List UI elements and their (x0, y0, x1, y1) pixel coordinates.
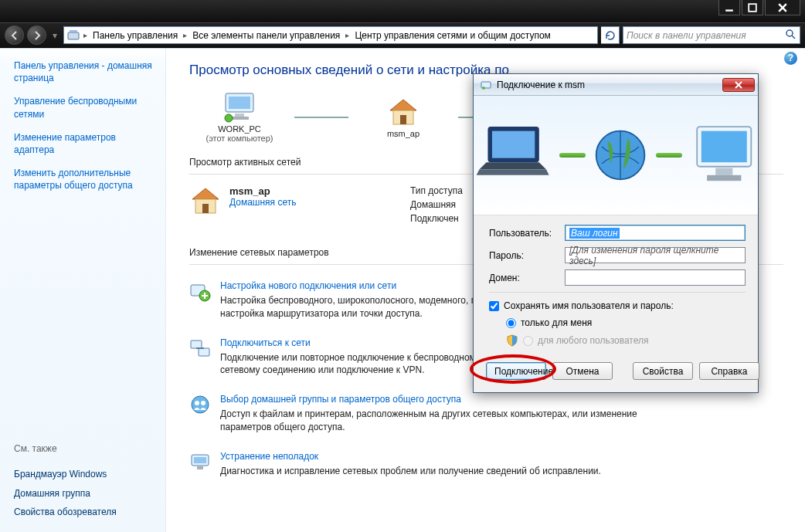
svg-rect-23 (199, 348, 209, 356)
dialog-icon (480, 79, 492, 91)
radio-any-user-label: для любого пользователя (538, 335, 649, 346)
network-name: msm_ap (229, 185, 296, 197)
cancel-button[interactable]: Отмена (552, 362, 613, 380)
close-button[interactable] (765, 0, 800, 15)
connect-button[interactable]: Подключение (486, 362, 546, 380)
svg-marker-13 (390, 100, 416, 110)
svg-marker-38 (477, 169, 549, 175)
svg-rect-30 (197, 466, 203, 469)
node-sub: (этот компьютер) (189, 134, 290, 143)
see-also-link[interactable]: Брандмауэр Windows (14, 468, 158, 480)
svg-rect-41 (701, 131, 746, 163)
network-type-link[interactable]: Домашняя сеть (229, 197, 296, 208)
homegroup-icon (189, 394, 211, 415)
password-label: Пароль: (489, 250, 559, 261)
help-button[interactable]: Справка (699, 362, 759, 380)
sidebar-home-link[interactable]: Панель управления - домашняя страница (14, 59, 158, 84)
sidebar-link[interactable]: Управление беспроводными сетями (14, 95, 158, 120)
connect-network-icon (189, 337, 211, 359)
user-field[interactable]: Ваш логин (565, 225, 746, 241)
sidebar-link[interactable]: Изменение параметров адаптера (14, 131, 158, 156)
node-this-pc[interactable]: WORK_PC (этот компьютер) (189, 92, 290, 143)
dialog-banner (474, 96, 758, 215)
breadcrumb-part[interactable]: Центр управления сетями и общим доступом (353, 30, 552, 41)
connect-dialog: Подключение к msm Пользователь: (473, 73, 759, 393)
password-field[interactable]: [Для изменения пароля щелкните здесь] (565, 247, 746, 263)
node-router[interactable]: msm_ap (353, 97, 453, 138)
min-button[interactable] (718, 0, 740, 15)
save-credentials-checkbox[interactable] (489, 301, 499, 311)
forward-button[interactable] (27, 25, 46, 45)
radio-only-me[interactable] (506, 318, 516, 328)
svg-rect-29 (194, 457, 206, 463)
user-label: Пользователь: (489, 228, 559, 239)
troubleshoot-icon (189, 451, 211, 473)
svg-marker-17 (192, 188, 219, 199)
see-also-label: См. также (14, 443, 158, 454)
see-also-link[interactable]: Свойства обозревателя (14, 506, 158, 518)
dialog-title: Подключение к msm (497, 80, 722, 90)
svg-rect-22 (191, 341, 202, 348)
dialog-titlebar[interactable]: Подключение к msm (474, 74, 758, 96)
server-icon (690, 117, 759, 194)
dialog-form: Пользователь: Ваш логин Пароль: [Для изм… (474, 215, 758, 357)
svg-rect-4 (68, 32, 79, 39)
breadcrumb-part[interactable]: Панель управления (91, 30, 179, 41)
refresh-button[interactable] (601, 26, 620, 44)
svg-point-26 (195, 401, 199, 405)
properties-button[interactable]: Свойства (633, 362, 693, 380)
map-link (294, 117, 348, 118)
user-value: Ваш логин (569, 228, 620, 239)
see-also-link[interactable]: Домашняя группа (14, 487, 158, 500)
domain-label: Домен: (489, 273, 559, 283)
radio-only-me-label: только для меня (521, 317, 592, 328)
sidebar: Панель управления - домашняя страница Уп… (0, 49, 166, 532)
house-icon (189, 185, 222, 218)
nav-history-dropdown[interactable]: ▾ (49, 27, 60, 44)
home-group: Домашняя (410, 199, 463, 210)
globe-icon (593, 126, 647, 185)
nav-bar: ▾ ▸ Панель управления ▸ Все элементы пан… (0, 22, 805, 48)
control-panel-icon (67, 29, 80, 42)
svg-point-32 (482, 86, 485, 90)
search-input[interactable]: Поиск в панели управления (623, 26, 800, 44)
max-button[interactable] (742, 0, 763, 15)
svg-rect-9 (229, 97, 250, 109)
svg-rect-43 (707, 175, 741, 181)
back-button[interactable] (5, 25, 24, 45)
sidebar-link[interactable]: Изменить дополнительные параметры общего… (14, 167, 158, 191)
laptop-icon (474, 117, 552, 194)
new-connection-icon (189, 280, 211, 302)
dialog-buttons: Подключение Отмена Свойства Справка (474, 357, 758, 392)
svg-rect-5 (70, 30, 77, 32)
breadcrumb[interactable]: ▸ Панель управления ▸ Все элементы панел… (63, 26, 598, 44)
pc-icon (189, 92, 290, 123)
svg-rect-15 (400, 115, 406, 124)
svg-rect-19 (202, 204, 209, 213)
svg-point-27 (201, 401, 205, 405)
house-icon (353, 97, 453, 127)
task-item: Устранение неполадок Диагностика и испра… (189, 451, 783, 478)
access-type: Тип доступа (410, 185, 463, 196)
svg-rect-36 (492, 131, 535, 158)
save-credentials-label: Сохранять имя пользователя и пароль: (504, 300, 674, 311)
domain-field[interactable] (565, 269, 746, 286)
search-placeholder: Поиск в панели управления (627, 30, 746, 41)
password-placeholder: [Для изменения пароля щелкните здесь] (569, 245, 741, 266)
task-link[interactable]: Устранение неполадок (220, 451, 601, 462)
svg-rect-10 (235, 114, 244, 117)
svg-rect-1 (749, 4, 756, 12)
breadcrumb-part[interactable]: Все элементы панели управления (191, 30, 341, 41)
search-icon (784, 28, 797, 42)
task-item: Выбор домашней группы и параметров общег… (189, 394, 783, 434)
svg-line-7 (792, 36, 795, 39)
task-link[interactable]: Выбор домашней группы и параметров общег… (220, 394, 653, 405)
radio-any-user (523, 336, 533, 346)
svg-rect-42 (715, 168, 732, 175)
node-name: msm_ap (353, 129, 453, 138)
window-caption (0, 0, 805, 22)
node-name: WORK_PC (189, 124, 290, 134)
svg-rect-11 (230, 117, 249, 120)
connections: Подключен (410, 213, 463, 224)
dialog-close-button[interactable] (722, 78, 755, 92)
